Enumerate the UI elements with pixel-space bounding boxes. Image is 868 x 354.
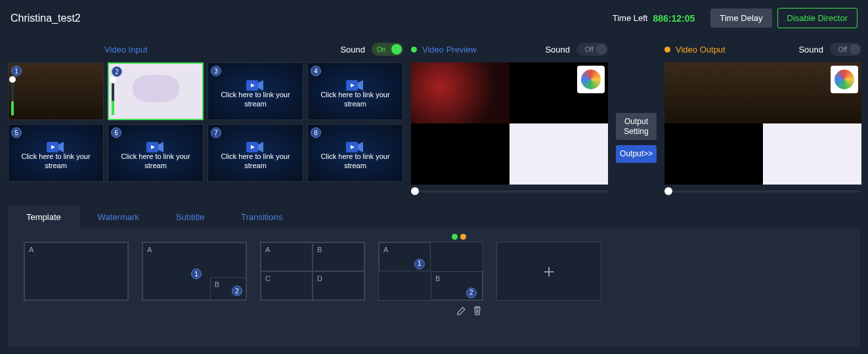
- template-card-4[interactable]: A1B2: [378, 242, 483, 301]
- tab-transitions[interactable]: Transitions: [223, 206, 301, 229]
- tile-number: 7: [211, 127, 221, 138]
- video-preview-title: Video Preview: [422, 45, 477, 55]
- page-title: Christina_test2: [11, 12, 81, 24]
- time-delay-button[interactable]: Time Delay: [710, 9, 771, 28]
- input-tile-7[interactable]: 7Click here to link your stream: [207, 124, 303, 182]
- input-tile-8[interactable]: 8Click here to link your stream: [307, 124, 403, 182]
- section-controls: Output Setting Output>>: [616, 40, 657, 196]
- template-card-2[interactable]: AB21: [142, 242, 247, 301]
- output-go-button[interactable]: Output>>: [616, 145, 657, 162]
- output-sound-label: Sound: [798, 45, 823, 55]
- template-badge: 1: [414, 259, 425, 269]
- template-status-dots: [452, 234, 466, 240]
- tile-number: 5: [11, 127, 22, 138]
- main-area: Video Input Sound On 123Click here to li…: [0, 36, 868, 196]
- video-output-header: Video Output Sound Off: [664, 40, 861, 58]
- output-setting-button[interactable]: Output Setting: [616, 113, 657, 140]
- volume-slider[interactable]: [11, 79, 14, 116]
- template-cell: C: [261, 271, 313, 300]
- templates-row: AAB21ABCDA1B2＋: [24, 242, 844, 301]
- plus-icon: ＋: [540, 259, 558, 284]
- camera-icon: [346, 79, 364, 93]
- add-template-button[interactable]: ＋: [496, 242, 601, 301]
- preview-video[interactable]: [411, 62, 608, 185]
- video-preview-header: Video Preview Sound Off: [411, 40, 608, 58]
- tile-number: 3: [211, 66, 221, 76]
- camera-icon: [246, 79, 265, 93]
- input-tile-5[interactable]: 5Click here to link your stream: [8, 124, 104, 182]
- edit-icon[interactable]: [456, 305, 467, 316]
- tile-number: 1: [11, 66, 22, 76]
- template-card-3[interactable]: ABCD: [260, 242, 365, 301]
- input-tile-4[interactable]: 4Click here to link your stream: [307, 62, 403, 120]
- output-status-dot: [664, 47, 670, 53]
- template-badge: 1: [191, 269, 202, 279]
- template-area: AAB21ABCDA1B2＋: [8, 229, 860, 347]
- tab-template[interactable]: Template: [8, 206, 79, 229]
- input-tile-6[interactable]: 6Click here to link your stream: [108, 124, 204, 182]
- input-sound-label: Sound: [340, 45, 365, 55]
- section-video-input: Video Input Sound On 123Click here to li…: [8, 40, 403, 196]
- tile-number: 6: [111, 127, 121, 138]
- tile-number: 2: [112, 66, 122, 77]
- camera-icon: [146, 141, 165, 155]
- output-seek[interactable]: [664, 186, 861, 196]
- camera-icon: [246, 141, 265, 155]
- tab-watermark[interactable]: Watermark: [79, 206, 158, 229]
- template-badge: 2: [232, 286, 242, 296]
- camera-icon: [47, 141, 65, 155]
- input-sound-toggle[interactable]: On: [372, 43, 403, 56]
- camera-icon: [346, 141, 364, 155]
- video-output-title: Video Output: [676, 45, 726, 55]
- tabs: TemplateWatermarkSubtitleTransitions: [8, 206, 860, 229]
- section-video-output: Video Output Sound Off: [664, 40, 861, 196]
- template-card-1[interactable]: A: [24, 242, 129, 301]
- input-tile-1[interactable]: 1: [8, 62, 104, 120]
- preview-sound-label: Sound: [545, 45, 570, 55]
- tab-subtitle[interactable]: Subtitle: [158, 206, 223, 229]
- logo-icon: [577, 66, 605, 93]
- time-left-label: Time Left: [613, 13, 648, 23]
- delete-icon[interactable]: [472, 305, 483, 316]
- lower-panel: TemplateWatermarkSubtitleTransitions AAB…: [0, 206, 868, 347]
- volume-slider[interactable]: [112, 79, 114, 115]
- output-video[interactable]: [664, 62, 861, 185]
- time-left-value: 886:12:05: [653, 13, 695, 24]
- input-grid: 123Click here to link your stream4Click …: [8, 62, 403, 182]
- template-badge: 2: [466, 288, 477, 298]
- header: Christina_test2 Time Left 886:12:05 Time…: [0, 0, 868, 36]
- preview-seek[interactable]: [411, 186, 608, 196]
- logo-icon: [831, 66, 858, 93]
- input-tile-2[interactable]: 2: [108, 62, 204, 120]
- template-cell: B: [313, 242, 364, 271]
- disable-director-button[interactable]: Disable Director: [777, 8, 857, 28]
- template-cell: A: [261, 242, 313, 271]
- preview-sound-toggle[interactable]: Off: [576, 43, 608, 56]
- output-sound-toggle[interactable]: Off: [830, 43, 861, 56]
- tile-number: 4: [311, 66, 321, 76]
- template-actions: [456, 305, 483, 316]
- section-video-preview: Video Preview Sound Off: [411, 40, 608, 196]
- video-input-header: Video Input Sound On: [8, 40, 403, 58]
- template-cell: D: [313, 271, 364, 300]
- preview-status-dot: [411, 47, 417, 53]
- input-tile-3[interactable]: 3Click here to link your stream: [207, 62, 303, 120]
- video-input-title: Video Input: [104, 45, 148, 55]
- template-cell: A: [24, 242, 128, 300]
- tile-number: 8: [311, 127, 321, 138]
